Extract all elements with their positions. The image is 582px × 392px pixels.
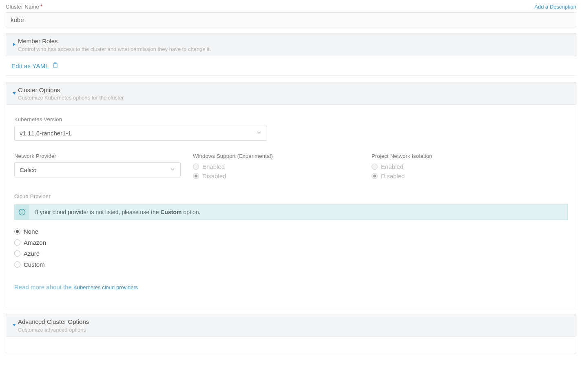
- member-roles-section-header[interactable]: Member Roles Control who has access to t…: [6, 33, 576, 56]
- cloud-provider-amazon-radio[interactable]: [14, 239, 20, 246]
- windows-support-label: Windows Support (Experimental): [193, 153, 359, 159]
- enabled-label: Enabled: [202, 163, 225, 170]
- chevron-down-icon: [170, 166, 175, 173]
- cloud-provider-custom-option[interactable]: Custom: [14, 261, 568, 268]
- cloud-provider-none-radio[interactable]: [14, 228, 20, 235]
- project-isolation-label: Project Network Isolation: [372, 153, 538, 159]
- svg-marker-7: [13, 324, 16, 326]
- info-icon: [15, 205, 29, 219]
- k8s-version-select[interactable]: v1.11.6-rancher1-1: [14, 126, 267, 141]
- windows-support-enabled-option: Enabled: [193, 163, 359, 170]
- windows-support-disabled-radio: [193, 173, 199, 179]
- info-text-bold: Custom: [160, 209, 181, 215]
- cluster-name-label: Cluster Name: [6, 4, 39, 10]
- caret-down-icon: [11, 323, 18, 327]
- network-provider-label: Network Provider: [14, 153, 181, 159]
- enabled-label: Enabled: [381, 163, 403, 170]
- cluster-options-subtitle: Customize Kubernetes options for the clu…: [18, 95, 124, 101]
- cloud-provider-azure-option[interactable]: Azure: [14, 250, 568, 257]
- project-isolation-enabled-radio: [372, 164, 378, 170]
- chevron-down-icon: [256, 130, 262, 137]
- clipboard-icon[interactable]: [52, 62, 58, 70]
- advanced-options-title: Advanced Cluster Options: [18, 318, 89, 326]
- disabled-label: Disabled: [381, 173, 405, 179]
- network-provider-value: Calico: [20, 166, 37, 173]
- cluster-options-section-header[interactable]: Cluster Options Customize Kubernetes opt…: [6, 82, 576, 105]
- k8s-cloud-providers-link[interactable]: Kubernetes cloud providers: [73, 284, 138, 290]
- k8s-version-value: v1.11.6-rancher1-1: [20, 130, 71, 137]
- cloud-provider-amazon-option[interactable]: Amazon: [14, 239, 568, 246]
- cluster-options-body: Kubernetes Version v1.11.6-rancher1-1 Ne…: [6, 105, 576, 307]
- cloud-provider-custom-radio[interactable]: [14, 261, 20, 268]
- cluster-name-input[interactable]: [6, 12, 576, 27]
- edit-as-yaml-link[interactable]: Edit as YAML: [11, 62, 49, 69]
- cloud-provider-amazon-label: Amazon: [24, 239, 46, 246]
- info-text-suffix: option.: [182, 209, 201, 215]
- project-isolation-enabled-option: Enabled: [372, 163, 538, 170]
- advanced-options-body: [6, 337, 576, 353]
- cloud-provider-label: Cloud Provider: [14, 193, 568, 199]
- cloud-provider-azure-label: Azure: [24, 250, 40, 257]
- svg-marker-0: [13, 43, 15, 46]
- windows-support-enabled-radio: [193, 164, 199, 170]
- project-isolation-disabled-option: Disabled: [372, 173, 538, 179]
- advanced-options-subtitle: Customize advanced options: [18, 327, 89, 333]
- caret-down-icon: [11, 91, 18, 95]
- cloud-provider-custom-label: Custom: [24, 261, 45, 268]
- info-text-prefix: If your cloud provider is not listed, pl…: [35, 209, 160, 215]
- project-isolation-disabled-radio: [372, 173, 378, 179]
- svg-marker-3: [13, 92, 16, 95]
- cloud-provider-none-label: None: [24, 228, 38, 235]
- svg-rect-1: [53, 63, 57, 68]
- add-description-link[interactable]: Add a Description: [534, 4, 576, 10]
- k8s-version-label: Kubernetes Version: [14, 116, 568, 122]
- required-asterisk: *: [40, 3, 42, 10]
- windows-support-disabled-option: Disabled: [193, 173, 359, 179]
- network-provider-select[interactable]: Calico: [14, 162, 181, 177]
- cloud-provider-info-banner: If your cloud provider is not listed, pl…: [14, 204, 568, 220]
- read-more-prefix: Read more about the: [14, 283, 73, 290]
- caret-right-icon: [11, 42, 18, 47]
- cloud-provider-azure-radio[interactable]: [14, 250, 20, 257]
- member-roles-subtitle: Control who has access to the cluster an…: [18, 46, 211, 52]
- advanced-options-section-header[interactable]: Advanced Cluster Options Customize advan…: [6, 314, 576, 337]
- cloud-provider-none-option[interactable]: None: [14, 228, 568, 235]
- disabled-label: Disabled: [202, 173, 226, 179]
- member-roles-title: Member Roles: [18, 37, 211, 45]
- cluster-options-title: Cluster Options: [18, 86, 124, 94]
